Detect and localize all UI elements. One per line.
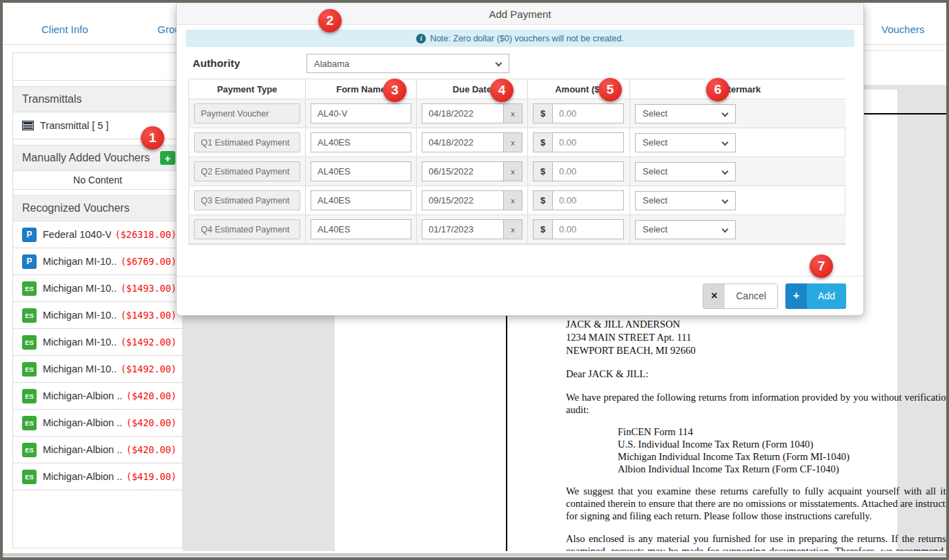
voucher-amount: ($1492.00) bbox=[117, 363, 177, 374]
amount-input[interactable] bbox=[552, 161, 624, 181]
estimate-voucher-icon: ES bbox=[22, 416, 37, 430]
voucher-list-item[interactable]: ES Michigan MI-10... ($1493.00) bbox=[13, 275, 182, 302]
amount-input[interactable] bbox=[552, 103, 624, 123]
letter-text: JACK & JILL ANDERSON 1234 MAIN STREET Ap… bbox=[566, 318, 946, 551]
watermark-selected-value: Select bbox=[643, 108, 667, 119]
clear-date-button[interactable]: x bbox=[503, 161, 522, 181]
transmittals-header: Transmittals bbox=[13, 86, 182, 112]
tab-vouchers[interactable]: Vouchers bbox=[881, 23, 925, 35]
manual-vouchers-empty: No Content bbox=[13, 171, 182, 190]
payment-voucher-icon: P bbox=[22, 254, 37, 269]
due-date-input[interactable] bbox=[422, 190, 503, 210]
payment-type-field: Payment Voucher bbox=[194, 103, 300, 123]
payment-row: Q3 Estimated Payment x $ Select bbox=[189, 186, 845, 215]
callout-badge-3: 3 bbox=[383, 79, 407, 102]
watermark-select[interactable]: Select bbox=[635, 220, 736, 239]
form-name-input[interactable] bbox=[311, 132, 411, 152]
voucher-list-item[interactable]: ES Michigan-Albion ... ($420.00) bbox=[13, 410, 182, 437]
tab-client-info[interactable]: Client Info bbox=[41, 23, 88, 35]
watermark-select[interactable]: Select bbox=[635, 191, 736, 210]
voucher-label: Michigan MI-10... bbox=[43, 310, 117, 321]
letter-return-list: FinCEN Form 114 U.S. Individual Income T… bbox=[618, 426, 946, 475]
amount-input[interactable] bbox=[552, 219, 624, 239]
clear-date-button[interactable]: x bbox=[503, 103, 522, 123]
voucher-list-item[interactable]: P Michigan MI-10... ($6769.00) bbox=[13, 248, 182, 275]
watermark-select[interactable]: Select bbox=[635, 104, 736, 123]
dollar-icon: $ bbox=[533, 132, 552, 152]
payment-row: Q1 Estimated Payment x $ Select bbox=[189, 128, 845, 157]
estimate-voucher-icon: ES bbox=[22, 470, 37, 484]
voucher-amount: ($1493.00) bbox=[117, 283, 177, 294]
panel-divider bbox=[864, 50, 946, 51]
payment-table: Payment Type Form Name Due Date Amount (… bbox=[188, 79, 845, 245]
estimate-voucher-icon: ES bbox=[22, 281, 37, 296]
authority-selected-value: Alabama bbox=[314, 59, 349, 69]
due-date-input[interactable] bbox=[422, 132, 503, 152]
plus-icon: + bbox=[165, 152, 171, 164]
clear-date-button[interactable]: x bbox=[503, 190, 522, 210]
voucher-amount: ($419.00) bbox=[122, 471, 177, 482]
letter-paragraph: Also enclosed is any material you furnis… bbox=[566, 533, 946, 551]
add-voucher-button[interactable]: + bbox=[160, 151, 175, 165]
callout-badge-5: 5 bbox=[598, 78, 622, 101]
bottom-scroll-track bbox=[3, 553, 946, 557]
callout-badge-1: 1 bbox=[141, 126, 164, 150]
address-line: 1234 MAIN STREET Apt. 111 bbox=[566, 331, 946, 344]
dollar-icon: $ bbox=[533, 161, 552, 181]
payment-row: Payment Voucher x $ Select bbox=[189, 99, 845, 128]
dollar-icon: $ bbox=[533, 103, 552, 123]
due-date-input[interactable] bbox=[422, 219, 503, 239]
due-date-input[interactable] bbox=[422, 161, 503, 181]
voucher-amount: ($26318.00) bbox=[111, 229, 177, 240]
cancel-button-label: Cancel bbox=[725, 284, 777, 308]
amount-input[interactable] bbox=[552, 132, 624, 152]
app-window: Client Info Group Vouchers JACK & JILL A… bbox=[0, 0, 949, 560]
payment-type-field: Q1 Estimated Payment bbox=[194, 132, 300, 152]
watermark-selected-value: Select bbox=[643, 195, 667, 206]
form-name-input[interactable] bbox=[311, 161, 411, 181]
estimate-voucher-icon: ES bbox=[22, 335, 37, 350]
authority-row: Authority Alabama bbox=[177, 54, 863, 73]
modal-header: Add Payment bbox=[177, 4, 863, 25]
voucher-list-item[interactable]: ES Michigan MI-10... ($1492.00) bbox=[13, 356, 182, 383]
col-header-payment-type: Payment Type bbox=[189, 79, 306, 99]
close-icon: × bbox=[703, 284, 725, 308]
form-name-input[interactable] bbox=[311, 190, 411, 210]
return-item: FinCEN Form 114 bbox=[618, 426, 946, 439]
voucher-label: Federal 1040-V bbox=[43, 229, 111, 240]
voucher-label: Michigan MI-10... bbox=[43, 283, 117, 294]
form-name-input[interactable] bbox=[311, 219, 411, 239]
add-button[interactable]: + Add bbox=[785, 283, 846, 309]
voucher-list-item[interactable]: ES Michigan-Albion ... ($420.00) bbox=[13, 437, 182, 463]
callout-badge-7: 7 bbox=[810, 254, 833, 278]
payment-type-field: Q3 Estimated Payment bbox=[194, 190, 300, 210]
due-date-input[interactable] bbox=[422, 103, 503, 123]
return-item: Albion Individual Income Tax Return (For… bbox=[618, 463, 946, 476]
letter-paragraph: We suggest that you examine these return… bbox=[566, 486, 946, 522]
cancel-button[interactable]: × Cancel bbox=[703, 283, 778, 309]
payment-type-field: Q4 Estimated Payment bbox=[194, 219, 300, 239]
form-name-input[interactable] bbox=[311, 103, 411, 123]
voucher-amount: ($6769.00) bbox=[117, 256, 177, 267]
voucher-list-item[interactable]: ES Michigan-Albion ... ($419.00) bbox=[13, 463, 182, 490]
estimate-voucher-icon: ES bbox=[22, 308, 37, 323]
callout-badge-2: 2 bbox=[318, 9, 342, 32]
voucher-amount: ($1493.00) bbox=[117, 310, 177, 321]
add-button-label: Add bbox=[807, 283, 846, 309]
clear-date-button[interactable]: x bbox=[503, 219, 522, 239]
watermark-select[interactable]: Select bbox=[635, 133, 736, 152]
voucher-list-item[interactable]: ES Michigan MI-10... ($1492.00) bbox=[13, 329, 182, 356]
authority-select[interactable]: Alabama bbox=[306, 54, 509, 73]
voucher-label: Michigan MI-10... bbox=[43, 363, 117, 374]
amount-input[interactable] bbox=[552, 190, 624, 210]
chevron-down-icon bbox=[722, 197, 729, 203]
col-header-watermark: Watermark bbox=[630, 79, 845, 99]
voucher-list-item[interactable]: ES Michigan MI-10... ($1493.00) bbox=[13, 302, 182, 329]
voucher-list-item[interactable]: ES Michigan-Albion ... ($420.00) bbox=[13, 383, 182, 410]
voucher-list-item[interactable]: P Federal 1040-V ($26318.00) bbox=[13, 221, 182, 248]
callout-badge-4: 4 bbox=[490, 79, 513, 102]
watermark-select[interactable]: Select bbox=[635, 162, 736, 181]
letter-salutation: Dear JACK & JILL: bbox=[566, 368, 946, 381]
clear-date-button[interactable]: x bbox=[503, 132, 522, 152]
plus-icon: + bbox=[785, 283, 807, 309]
